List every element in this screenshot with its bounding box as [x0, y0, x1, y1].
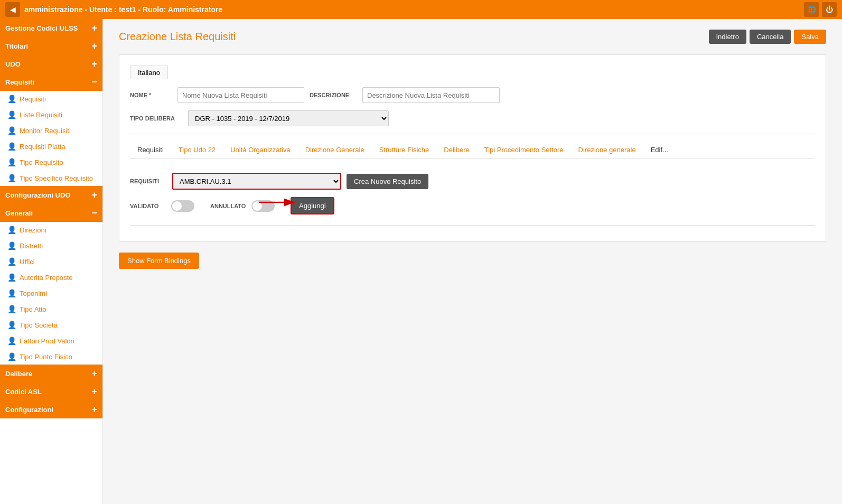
power-icon-button[interactable]: ⏻ [822, 2, 837, 17]
sidebar-item-tipo-atto[interactable]: 👤 Tipo Atto [0, 301, 102, 317]
indietro-button[interactable]: Indietro [709, 30, 746, 44]
tab-tipi-procedimento-settore[interactable]: Tipi Procedimento Settore [477, 142, 571, 159]
sidebar-section-requisiti[interactable]: Requisiti − [0, 73, 102, 91]
tab-direzione-generale-2[interactable]: Direzione generale [571, 142, 643, 159]
sidebar-item-direzioni[interactable]: 👤 Direzioni [0, 222, 102, 238]
sidebar-item-tipo-requisito[interactable]: 👤 Tipo Requisito [0, 154, 102, 170]
tab-tipo-udo-22[interactable]: Tipo Udo 22 [171, 142, 223, 159]
tab-unita-organizzativa[interactable]: Unità Organizzativa [223, 142, 297, 159]
sidebar-section-delibere[interactable]: Delibere + [0, 365, 102, 382]
sidebar-item-toponimi[interactable]: 👤 Toponimi [0, 285, 102, 301]
person-icon-tipo-req: 👤 [7, 158, 16, 166]
nome-input[interactable] [177, 87, 304, 103]
tab-direzione-generale[interactable]: Direzione Generale [298, 142, 372, 159]
tab-delibere[interactable]: Delibere [436, 142, 476, 159]
sidebar-section-label-titolari: Titolari [5, 42, 28, 50]
sidebar-item-label-piatta: Requisiti Piatta [20, 143, 66, 151]
sidebar-section-label-udo: UDO [5, 60, 21, 68]
italiano-tab[interactable]: Italiano [130, 66, 168, 79]
person-icon-punto-fisico: 👤 [7, 352, 16, 361]
sidebar-item-distretti[interactable]: 👤 Distretti [0, 238, 102, 254]
sidebar-item-label-distretti: Distretti [20, 242, 43, 250]
tab-strutture-fisiche[interactable]: Strutture Fisiche [372, 142, 437, 159]
sidebar-section-codici-asl[interactable]: Codici ASL + [0, 382, 102, 400]
descrizione-input[interactable] [362, 87, 500, 103]
person-icon-tipo-spec: 👤 [7, 174, 16, 182]
cancella-button[interactable]: Cancella [750, 30, 791, 44]
sidebar-section-label-codici-asl: Codici ASL [5, 388, 42, 396]
form-row-tipo-delibera: TIPO DELIBERA DGR - 1035 - 2019 - 12/7/2… [130, 110, 815, 126]
sidebar-section-icon-gestione: + [91, 23, 97, 33]
sidebar-section-icon-udo: + [91, 59, 97, 69]
sidebar-item-label-fattori: Fattori Prod Valori [20, 337, 74, 345]
sidebar-item-label-monitor: Monitor Requisiti [20, 127, 71, 135]
sidebar-section-gestione-codici-ulss[interactable]: Gestione Codici ULSS + [0, 19, 102, 37]
sidebar-section-configurazioni-udo[interactable]: Configurazioni UDO + [0, 186, 102, 204]
person-icon-tipo-atto: 👤 [7, 305, 16, 313]
sidebar-section-configurazioni[interactable]: Configurazioni + [0, 400, 102, 418]
sidebar-item-label-uffici: Uffici [20, 258, 35, 266]
sidebar-item-label-liste: Liste Requisiti [20, 111, 62, 119]
sidebar-item-autorita-preposte[interactable]: 👤 Autorita Preposte [0, 269, 102, 285]
tipo-delibera-select[interactable]: DGR - 1035 - 2019 - 12/7/2019 [188, 110, 389, 126]
main-content: Creazione Lista Requisiti Indietro Cance… [103, 19, 842, 504]
sidebar-item-label-requisiti: Requisiti [20, 95, 46, 103]
validato-annullato-row: VALIDATO ANNULLATO [130, 197, 815, 214]
sidebar-section-generali[interactable]: Generali − [0, 204, 102, 222]
globe-icon-button[interactable]: 🌐 [804, 2, 819, 17]
sidebar-item-label-tipo-spec: Tipo Specifico Requisito [20, 174, 93, 182]
descrizione-label: DESCRIZIONE [310, 92, 357, 98]
aggiungi-area: Aggiungi [291, 197, 334, 214]
requisiti-content: REQUISITI AMB.CRI.AU.3.1 Crea Nuovo Requ… [130, 167, 815, 220]
sidebar-item-monitor-requisiti[interactable]: 👤 Monitor Requisiti [0, 123, 102, 138]
sidebar-section-icon-requisiti: − [91, 77, 97, 87]
person-icon-requisiti: 👤 [7, 95, 16, 103]
sidebar-section-udo[interactable]: UDO + [0, 55, 102, 73]
person-icon-autorita: 👤 [7, 273, 16, 282]
form-card: Italiano NOME * DESCRIZIONE TIPO DELIBER… [119, 54, 826, 242]
requisiti-row-label: REQUISITI [130, 178, 167, 184]
sidebar-item-tipo-specifico-requisito[interactable]: 👤 Tipo Specifico Requisito [0, 170, 102, 186]
topbar-arrow-button[interactable]: ◀ [5, 2, 20, 17]
crea-nuovo-requisito-button[interactable]: Crea Nuovo Requisito [347, 174, 428, 189]
requisiti-select[interactable]: AMB.CRI.AU.3.1 [172, 173, 341, 190]
requisiti-row: REQUISITI AMB.CRI.AU.3.1 Crea Nuovo Requ… [130, 173, 815, 190]
sidebar-item-liste-requisiti[interactable]: 👤 Liste Requisiti [0, 107, 102, 123]
person-icon-tipo-soc: 👤 [7, 321, 16, 329]
validato-toggle[interactable] [171, 200, 194, 212]
tab-requisiti[interactable]: Requisiti [130, 142, 171, 159]
sidebar-item-label-tipo-req: Tipo Requisito [20, 158, 63, 166]
validato-toggle-slider [171, 200, 194, 212]
sidebar-item-label-punto-fisico: Tipo Punto Fisico [20, 353, 72, 361]
sidebar-section-label-conf-udo: Configurazioni UDO [5, 191, 71, 199]
annullato-label: ANNULLATO [210, 203, 247, 209]
topbar: ◀ amministrazione - Utente : test1 - Ruo… [0, 0, 842, 19]
salva-button[interactable]: Salva [794, 30, 826, 44]
person-icon-direzioni: 👤 [7, 226, 16, 234]
sidebar-section-icon-delibere: + [91, 369, 97, 378]
tab-edif[interactable]: Edif... [643, 142, 676, 159]
sidebar-section-icon-configurazioni: + [91, 405, 97, 414]
person-icon-distretti: 👤 [7, 241, 16, 250]
show-form-bindings-button[interactable]: Show Form Bindings [119, 253, 199, 269]
topbar-title: amministrazione - Utente : test1 - Ruolo… [24, 5, 222, 14]
person-icon-piatta: 👤 [7, 142, 16, 151]
sidebar-item-label-toponimi: Toponimi [20, 290, 47, 297]
person-icon-monitor: 👤 [7, 126, 16, 135]
sidebar-item-fattori-prod-valori[interactable]: 👤 Fattori Prod Valori [0, 333, 102, 349]
scroll-area[interactable] [130, 225, 815, 231]
sidebar-section-icon-codici-asl: + [91, 387, 97, 396]
sidebar-section-titolari[interactable]: Titolari + [0, 37, 102, 55]
header-buttons: Indietro Cancella Salva [709, 30, 827, 44]
sidebar-item-tipo-societa[interactable]: 👤 Tipo Societa [0, 317, 102, 333]
sidebar-section-icon-generali: − [91, 208, 97, 218]
sidebar-item-uffici[interactable]: 👤 Uffici [0, 254, 102, 269]
red-arrow-svg [259, 192, 301, 213]
sidebar-item-requisiti-piatta[interactable]: 👤 Requisiti Piatta [0, 138, 102, 154]
sidebar-section-label-configurazioni: Configurazioni [5, 406, 53, 414]
sidebar-item-tipo-punto-fisico[interactable]: 👤 Tipo Punto Fisico [0, 349, 102, 365]
person-icon-fattori: 👤 [7, 337, 16, 345]
sidebar-item-label-autorita: Autorita Preposte [20, 274, 72, 282]
sidebar-item-requisiti[interactable]: 👤 Requisiti [0, 91, 102, 107]
page-title: Creazione Lista Requisiti [119, 31, 236, 43]
